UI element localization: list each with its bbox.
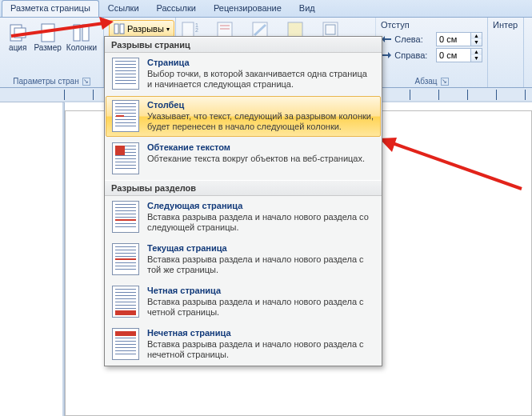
line-numbers-icon[interactable]: 12 bbox=[181, 22, 200, 38]
svg-rect-2 bbox=[42, 24, 54, 42]
svg-rect-7 bbox=[182, 22, 194, 37]
breaks-button[interactable]: Разрывы ▾ bbox=[109, 20, 174, 38]
dropdown-item-desc: Вставка разрыва раздела и начало нового … bbox=[147, 212, 374, 233]
indent-label: Отступ bbox=[381, 20, 482, 31]
interval-label: Интер bbox=[493, 20, 518, 30]
even-page-section-icon bbox=[112, 286, 139, 318]
orientation-label: ация bbox=[9, 43, 26, 52]
dropdown-header-section-breaks: Разрывы разделов bbox=[105, 180, 382, 196]
break-item-page[interactable]: Страница Выбор точки, в которой заканчив… bbox=[105, 53, 382, 95]
tab-page-layout[interactable]: Разметка страницы bbox=[2, 0, 99, 17]
dropdown-item-desc: Обтекание текста вокруг объектов на веб-… bbox=[147, 154, 374, 164]
indent-right-input[interactable] bbox=[437, 49, 470, 62]
size-icon bbox=[38, 22, 58, 43]
break-item-odd-page[interactable]: Нечетная страница Вставка разрыва раздел… bbox=[105, 323, 382, 366]
tab-review[interactable]: Рецензирование bbox=[205, 0, 290, 17]
columns-label: Колонки bbox=[66, 43, 97, 52]
dropdown-item-title: Четная страница bbox=[147, 286, 374, 296]
dropdown-item-title: Страница bbox=[147, 58, 374, 68]
watermark-icon[interactable] bbox=[251, 22, 270, 38]
svg-text:2: 2 bbox=[195, 27, 198, 33]
tab-references[interactable]: Ссылки bbox=[99, 0, 148, 17]
break-item-text-wrap[interactable]: Обтекание текстом Обтекание текста вокру… bbox=[105, 138, 382, 180]
page-color-icon[interactable] bbox=[286, 22, 306, 38]
spin-up[interactable]: ▲ bbox=[470, 33, 482, 39]
indent-right-spinner[interactable]: ▲▼ bbox=[436, 48, 482, 62]
dropdown-item-desc: Вставка разрыва раздела и начало нового … bbox=[147, 254, 374, 275]
orientation-button[interactable]: ация bbox=[5, 20, 30, 54]
dropdown-item-title: Обтекание текстом bbox=[147, 142, 374, 153]
dropdown-item-desc: Вставка разрыва раздела и начало нового … bbox=[147, 339, 374, 360]
break-item-even-page[interactable]: Четная страница Вставка разрыва раздела … bbox=[105, 281, 382, 323]
svg-rect-15 bbox=[288, 22, 302, 37]
svg-rect-10 bbox=[218, 22, 232, 37]
svg-rect-1 bbox=[14, 28, 26, 38]
svg-rect-5 bbox=[114, 24, 118, 34]
indent-left-spinner[interactable]: ▲▼ bbox=[436, 32, 482, 46]
spin-down[interactable]: ▼ bbox=[470, 55, 482, 62]
breaks-icon bbox=[114, 23, 125, 34]
page-setup-dialog-launcher[interactable]: ↘ bbox=[82, 78, 90, 86]
chevron-down-icon: ▾ bbox=[166, 26, 170, 33]
next-page-section-icon bbox=[112, 201, 139, 233]
indent-left-label: Слева: bbox=[394, 34, 433, 44]
breaks-label: Разрывы bbox=[127, 24, 164, 34]
indent-right-label: Справа: bbox=[394, 50, 433, 60]
page-setup-group-caption: Параметры стран ↘ bbox=[5, 77, 98, 86]
paragraph-dialog-launcher[interactable]: ↘ bbox=[441, 78, 449, 86]
dropdown-item-title: Текущая страница bbox=[147, 243, 374, 254]
page-break-icon bbox=[112, 58, 139, 90]
indent-left-icon bbox=[381, 34, 391, 44]
ribbon-tabs: Разметка страницы Ссылки Рассылки Реценз… bbox=[0, 0, 532, 18]
dropdown-item-desc: Выбор точки, в которой заканчивается одн… bbox=[147, 69, 374, 90]
dropdown-item-desc: Вставка разрыва раздела и начало нового … bbox=[147, 297, 374, 318]
text-wrap-break-icon bbox=[112, 142, 139, 174]
columns-icon bbox=[71, 22, 92, 43]
indent-left-input[interactable] bbox=[437, 33, 470, 46]
svg-rect-6 bbox=[120, 24, 124, 34]
indent-right-icon bbox=[381, 50, 391, 60]
dropdown-item-title: Столбец bbox=[147, 100, 374, 110]
column-break-icon bbox=[112, 100, 139, 132]
breaks-dropdown: Разрывы страниц Страница Выбор точки, в … bbox=[104, 36, 382, 366]
break-item-continuous[interactable]: Текущая страница Вставка разрыва раздела… bbox=[105, 238, 382, 281]
svg-rect-4 bbox=[82, 25, 89, 41]
continuous-section-icon bbox=[112, 243, 139, 275]
tab-view[interactable]: Вид bbox=[290, 0, 324, 17]
dropdown-header-page-breaks: Разрывы страниц bbox=[105, 37, 382, 53]
break-item-next-page[interactable]: Следующая страница Вставка разрыва разде… bbox=[105, 196, 382, 238]
spin-up[interactable]: ▲ bbox=[470, 49, 482, 55]
odd-page-section-icon bbox=[112, 328, 139, 360]
dropdown-item-desc: Указывает, что текст, следующий за разры… bbox=[147, 111, 374, 132]
columns-button[interactable]: Колонки bbox=[65, 20, 98, 54]
dropdown-item-title: Нечетная страница bbox=[147, 328, 374, 338]
hyphenation-icon[interactable] bbox=[216, 22, 235, 38]
orientation-icon bbox=[7, 22, 28, 43]
tab-mailings[interactable]: Рассылки bbox=[148, 0, 205, 17]
paragraph-group-caption: Абзац ↘ bbox=[381, 77, 482, 86]
spin-down[interactable]: ▼ bbox=[470, 39, 482, 46]
size-label: Размер bbox=[34, 43, 61, 52]
size-button[interactable]: Размер bbox=[32, 20, 62, 54]
svg-rect-3 bbox=[74, 25, 80, 41]
break-item-column[interactable]: Столбец Указывает, что текст, следующий … bbox=[106, 96, 381, 137]
dropdown-item-title: Следующая страница bbox=[147, 201, 374, 211]
page-borders-icon[interactable] bbox=[322, 22, 341, 38]
